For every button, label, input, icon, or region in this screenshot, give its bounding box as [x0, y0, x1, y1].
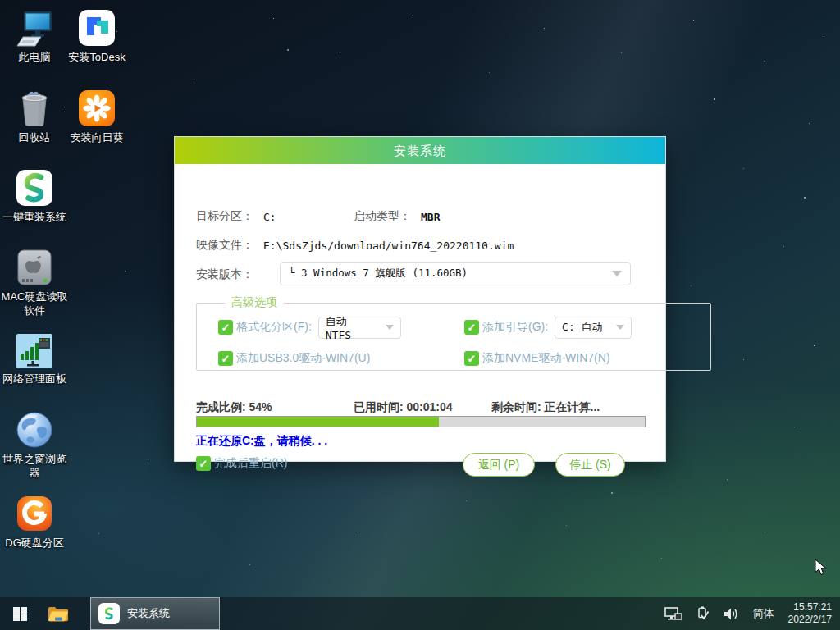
window-body: 目标分区： C: 启动类型： MBR 映像文件： E:\SdsZjds/down… [175, 164, 665, 463]
install-system-window: 安装系统 目标分区： C: 启动类型： MBR 映像文件： E:\SdsZjds… [174, 136, 666, 462]
speaker-icon[interactable] [724, 607, 739, 621]
desktop-background: 此电脑 安装ToDesk 回收站 [0, 0, 840, 630]
desktop-icon-world-browser[interactable]: 世界之窗浏览器 [0, 409, 69, 480]
stop-button[interactable]: 停止 (S) [555, 453, 625, 477]
image-file-label: 映像文件： [196, 238, 253, 253]
desktop-icon-network-panel[interactable]: 网络管理面板 [0, 328, 69, 386]
nvme-driver-label: 添加NVME驱动-WIN7(N) [482, 351, 610, 366]
clock-date: 2022/2/17 [788, 614, 832, 625]
format-partition-label: 格式化分区(F): [236, 320, 312, 335]
progress-bar [196, 416, 646, 427]
icon-label: MAC硬盘读取软件 [0, 290, 69, 317]
network-panel-icon [0, 328, 69, 369]
world-browser-icon [0, 409, 69, 450]
install-system-task-icon [98, 603, 120, 624]
clock-time: 15:57:21 [793, 601, 832, 613]
target-partition-row: 目标分区： C: [196, 209, 276, 224]
network-icon[interactable] [664, 607, 682, 621]
target-partition-label: 目标分区： [196, 209, 253, 224]
desktop-icon-one-key-reinstall[interactable]: 一键重装系统 [0, 167, 69, 224]
sunflower-icon [62, 87, 131, 128]
ime-indicator[interactable]: 简体 [753, 606, 774, 621]
format-type-select[interactable]: 自动 NTFS [318, 317, 401, 339]
icon-label: DG硬盘分区 [0, 536, 69, 550]
desktop-icon-todesk[interactable]: 安装ToDesk [62, 7, 131, 64]
install-version-value: └ 3 Windows 7 旗舰版 (11.60GB) [289, 267, 468, 281]
advanced-options-group: 高级选项 格式化分区(F): 自动 NTFS 添加引导(G): [196, 295, 711, 371]
taskbar-clock[interactable]: 15:57:21 2022/2/17 [788, 601, 832, 626]
chevron-down-icon [386, 325, 394, 330]
todesk-icon [62, 7, 131, 48]
format-type-value: 自动 NTFS [326, 314, 377, 341]
taskbar-task-install-system[interactable]: 安装系统 [90, 597, 220, 630]
desktop-icon-sunflower[interactable]: 安装向日葵 [62, 87, 131, 144]
back-button[interactable]: 返回 (P) [463, 453, 535, 477]
desktop-icon-recycle-bin[interactable]: 回收站 [0, 87, 69, 144]
icon-label: 安装ToDesk [62, 50, 131, 64]
desktop-icon-dg-partition[interactable]: DG硬盘分区 [0, 492, 69, 550]
desktop-icon-this-pc[interactable]: 此电脑 [0, 7, 69, 64]
target-partition-value: C: [263, 211, 276, 223]
image-file-row: 映像文件： E:\SdsZjds/download/win764_2022011… [196, 238, 514, 253]
install-version-select[interactable]: └ 3 Windows 7 旗舰版 (11.60GB) [280, 262, 631, 285]
add-boot-option: 添加引导(G): C: 自动 [464, 317, 710, 339]
task-label: 安装系统 [127, 606, 170, 621]
progress-percent-text: 完成比例: 54% [196, 400, 272, 415]
dg-partition-icon [0, 492, 69, 533]
recycle-bin-icon [0, 87, 69, 128]
this-pc-icon [0, 7, 69, 48]
icon-label: 世界之窗浏览器 [0, 452, 69, 480]
boot-target-value: C: 自动 [562, 320, 602, 335]
start-button[interactable] [0, 597, 39, 630]
window-titlebar[interactable]: 安装系统 [175, 137, 665, 164]
reboot-after-label: 完成后重启(R) [214, 456, 287, 471]
advanced-row: 格式化分区(F): 自动 NTFS 添加引导(G): C: 自动 [218, 315, 710, 340]
file-explorer-button[interactable] [39, 597, 77, 630]
boot-type-value: MBR [421, 211, 440, 223]
boot-type-label: 启动类型： [354, 209, 411, 224]
chevron-down-icon [612, 271, 622, 276]
desktop-icon-mac-disk[interactable]: MAC硬盘读取软件 [0, 246, 69, 317]
icon-label: 安装向日葵 [62, 130, 131, 144]
icon-label: 一键重装系统 [0, 210, 69, 224]
format-partition-option: 格式化分区(F): 自动 NTFS [218, 317, 464, 339]
format-partition-checkbox[interactable] [218, 320, 233, 335]
status-text: 正在还原C:盘，请稍候. . . [196, 434, 327, 449]
usb-icon[interactable] [696, 606, 710, 621]
stars-decoration [0, 0, 2, 2]
usb-driver-option: 添加USB3.0驱动-WIN7(U) [218, 351, 464, 366]
add-boot-label: 添加引导(G): [482, 320, 548, 335]
reboot-after-checkbox[interactable] [196, 456, 211, 471]
usb-driver-label: 添加USB3.0驱动-WIN7(U) [236, 351, 370, 366]
nvme-driver-checkbox[interactable] [464, 351, 479, 366]
progress-fill [197, 417, 439, 427]
one-key-reinstall-icon [0, 167, 69, 208]
usb-driver-checkbox[interactable] [218, 351, 233, 366]
boot-type-row: 启动类型： MBR [354, 209, 440, 224]
reboot-after-option: 完成后重启(R) [196, 456, 287, 471]
windows-logo-icon [13, 607, 27, 621]
system-tray: 简体 15:57:21 2022/2/17 [664, 597, 840, 630]
add-boot-checkbox[interactable] [464, 320, 479, 335]
install-version-label: 安装版本： [196, 267, 253, 282]
taskbar: 安装系统 [0, 597, 840, 630]
boot-target-select[interactable]: C: 自动 [555, 317, 632, 339]
chevron-down-icon [616, 325, 624, 330]
icon-label: 网络管理面板 [0, 372, 69, 386]
nvme-driver-option: 添加NVME驱动-WIN7(N) [464, 351, 710, 366]
icon-label: 回收站 [0, 130, 69, 144]
remaining-time-text: 剩余时间: 正在计算... [491, 400, 600, 415]
advanced-row: 添加USB3.0驱动-WIN7(U) 添加NVME驱动-WIN7(N) [218, 346, 710, 371]
icon-label: 此电脑 [0, 50, 69, 64]
folder-icon [48, 605, 69, 623]
advanced-options-legend: 高级选项 [225, 295, 284, 310]
elapsed-time-text: 已用时间: 00:01:04 [354, 400, 453, 415]
mac-disk-icon [0, 246, 69, 287]
image-file-value: E:\SdsZjds/download/win764_20220110.wim [263, 240, 514, 252]
mouse-cursor [815, 559, 828, 577]
